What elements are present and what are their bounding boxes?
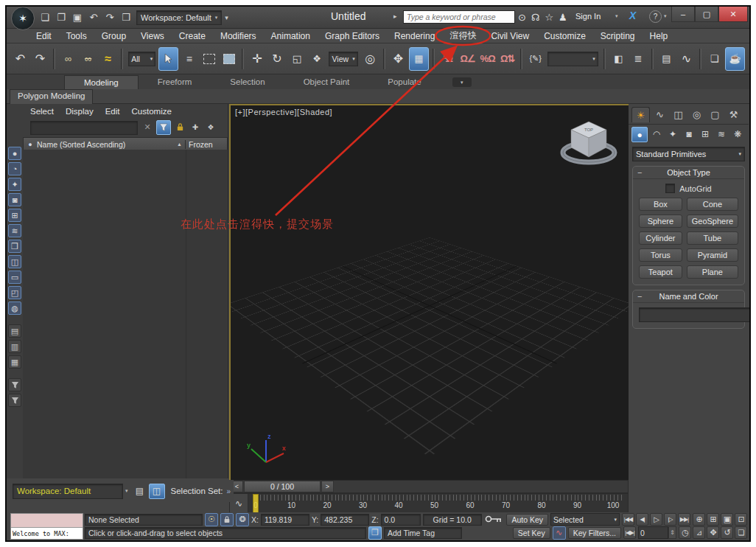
undo-icon[interactable]: ↶	[11, 48, 29, 70]
zoom-extents-icon[interactable]: ▣	[721, 513, 733, 526]
percent-snap-icon[interactable]: %Ω	[478, 48, 497, 70]
render-setup-icon[interactable]: ☕	[725, 47, 745, 71]
explorer-menu-display[interactable]: Display	[66, 107, 94, 116]
filter-icon[interactable]	[8, 378, 21, 391]
search-input[interactable]	[403, 10, 515, 24]
geometry-category-icon[interactable]: ●	[631, 127, 648, 142]
scene-explorer-icon[interactable]: ◫	[149, 484, 165, 499]
create-tab-icon[interactable]: ☀	[631, 107, 650, 122]
maximize-viewport-icon[interactable]: ❏	[735, 526, 747, 539]
z-coordinate-field[interactable]: 0.0	[381, 514, 421, 526]
chevron-down-icon[interactable]: ▾	[125, 488, 128, 494]
time-slider[interactable]: < 0 / 100 >	[229, 480, 629, 493]
undo-icon[interactable]: ↶	[86, 10, 101, 25]
scene-explorer-list[interactable]	[23, 150, 228, 478]
pick-object-icon[interactable]: ✚	[189, 120, 202, 133]
menu-item-cn-item[interactable]: 渲得快	[442, 29, 483, 42]
cylinder-button[interactable]: Cylinder	[639, 231, 682, 245]
track-bar-ruler[interactable]: 0102030405060708090100	[248, 494, 628, 513]
toolbar-overflow-icon[interactable]: ▾	[225, 14, 228, 21]
lock-explorer-icon[interactable]	[173, 120, 186, 133]
help-chevron-icon[interactable]: ▾	[664, 13, 667, 19]
perspective-viewport[interactable]: [+][Perspective][Shaded] TOP z x y	[229, 104, 630, 481]
menu-item-help[interactable]: Help	[643, 31, 676, 41]
hierarchy-tab-icon[interactable]: ◫	[670, 107, 687, 122]
curve-editor-icon[interactable]: ∿	[677, 48, 696, 70]
selection-lock-icon[interactable]	[220, 513, 234, 526]
orbit-view-icon[interactable]: ↺	[721, 526, 733, 539]
maximize-button[interactable]: ▢	[695, 7, 718, 22]
menu-item-civil-view[interactable]: Civil View	[483, 31, 536, 41]
modify-tab-icon[interactable]: ∿	[651, 107, 668, 122]
display-materials-icon[interactable]: ◍	[8, 302, 21, 315]
overflow-chevrons-icon[interactable]: »	[226, 487, 231, 495]
frame-number-field[interactable]	[638, 526, 668, 539]
absolute-mode-icon[interactable]: ❂	[236, 513, 249, 526]
explorer-menu-customize[interactable]: Customize	[132, 107, 172, 116]
cameras-category-icon[interactable]: ◙	[682, 127, 696, 141]
bind-to-space-warp-icon[interactable]: ≈	[99, 48, 117, 70]
auto-key-button[interactable]: Auto Key	[506, 514, 548, 526]
display-xrefs-icon[interactable]: ◫	[8, 255, 21, 268]
plane-button[interactable]: Plane	[687, 265, 738, 279]
layers-icon[interactable]: ▤	[133, 484, 147, 498]
y-coordinate-field[interactable]: 482.235	[321, 514, 369, 526]
select-and-manipulate-icon[interactable]: ✥	[389, 48, 407, 70]
menu-item-tools[interactable]: Tools	[59, 31, 94, 41]
key-mode-toggle-icon[interactable]: |◀▶|	[623, 526, 636, 539]
zoom-icon[interactable]: ⊕	[693, 513, 705, 526]
object-type-rollout-header[interactable]: − Object Type	[633, 167, 744, 179]
open-file-icon[interactable]: ❐	[54, 10, 69, 25]
menu-item-edit[interactable]: Edit	[29, 31, 59, 41]
object-name-input[interactable]	[639, 307, 749, 322]
window-crossing-icon[interactable]	[220, 48, 238, 70]
time-configuration-icon[interactable]: ◷	[679, 526, 691, 539]
menu-item-scripting[interactable]: Scripting	[593, 31, 643, 41]
expand-arrow-icon[interactable]: ▸	[393, 13, 397, 20]
name-color-rollout-header[interactable]: − Name and Color	[633, 290, 744, 303]
select-and-scale-icon[interactable]: ◱	[287, 48, 306, 70]
x-coordinate-field[interactable]: 119.819	[261, 514, 309, 526]
align-icon[interactable]: ≣	[629, 48, 648, 70]
filter-set-icon[interactable]	[8, 394, 21, 407]
menu-item-customize[interactable]: Customize	[536, 31, 593, 41]
filter-funnel-icon[interactable]	[156, 120, 171, 135]
set-key-button[interactable]: Set Key	[513, 527, 550, 539]
display-cameras-icon[interactable]: ◙	[8, 193, 21, 206]
view-cube[interactable]: TOP	[558, 116, 620, 167]
redo-icon[interactable]: ↷	[102, 10, 117, 25]
save-file-icon[interactable]: ▣	[70, 10, 85, 25]
name-column-header[interactable]: Name (Sorted Ascending)	[37, 140, 125, 149]
zoom-all-icon[interactable]: ⊞	[707, 513, 719, 526]
select-and-place-icon[interactable]: ❖	[307, 48, 326, 70]
autogrid-checkbox[interactable]	[665, 184, 675, 193]
add-time-tag-field[interactable]: Add Time Tag	[384, 527, 462, 539]
systems-category-icon[interactable]: ❋	[730, 127, 745, 141]
workspace-dropdown[interactable]: Workspace: Default	[13, 484, 123, 499]
sign-in-user-icon[interactable]: ♟	[559, 12, 567, 23]
play-animation-icon[interactable]: ▷	[650, 513, 662, 526]
key-filters-button[interactable]: Key Filters...	[568, 527, 621, 539]
lights-category-icon[interactable]: ✦	[665, 127, 680, 141]
helpers-category-icon[interactable]: ⊞	[698, 127, 713, 141]
clear-search-icon[interactable]: ✕	[141, 120, 154, 133]
go-to-end-icon[interactable]: ▶▶|	[678, 513, 690, 526]
explorer-menu-select[interactable]: Select	[30, 107, 54, 116]
display-space-warps-icon[interactable]: ≋	[8, 224, 21, 237]
ribbon-tab-populate[interactable]: Populate	[368, 75, 440, 89]
polygon-modeling-tab[interactable]: Polygon Modeling	[10, 89, 93, 104]
mirror-icon[interactable]: ◧	[609, 48, 628, 70]
display-helpers-icon[interactable]: ⊞	[8, 209, 21, 222]
previous-frame-icon[interactable]: ◀|	[636, 513, 648, 526]
close-button[interactable]: ✕	[718, 7, 748, 22]
reference-coordinate-dropdown[interactable]: View▾	[329, 52, 357, 66]
display-lights-icon[interactable]: ✦	[8, 178, 21, 191]
ribbon-tab-modeling[interactable]: Modeling	[64, 75, 139, 89]
list-view-icon[interactable]: ▤	[8, 324, 21, 338]
menu-item-views[interactable]: Views	[133, 31, 172, 41]
menu-item-rendering[interactable]: Rendering	[387, 31, 442, 41]
rectangular-selection-icon[interactable]	[200, 48, 218, 70]
application-menu-icon[interactable]: ✶	[11, 7, 35, 30]
snap-toggle-icon[interactable]: ³Ω	[438, 48, 457, 70]
ribbon-tab-selection[interactable]: Selection	[211, 75, 284, 89]
